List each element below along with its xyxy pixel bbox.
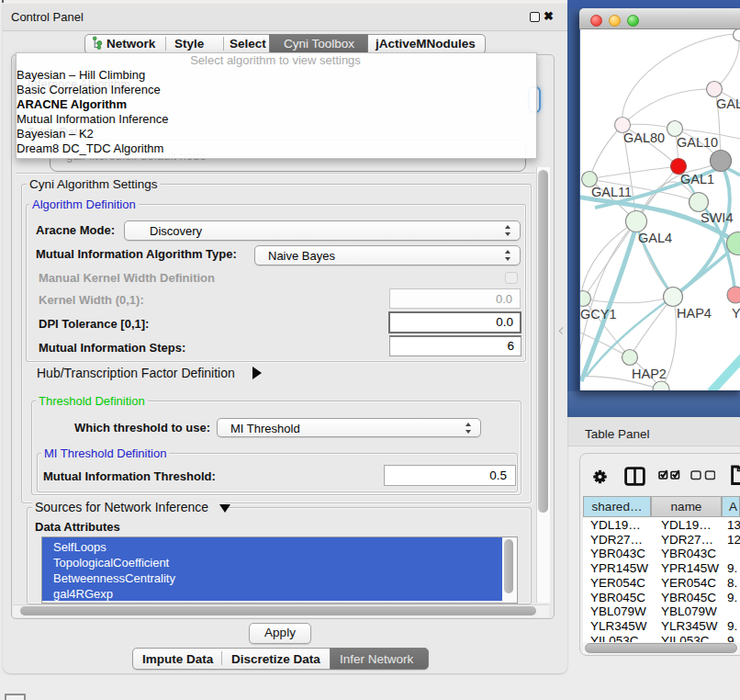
svg-text:GCY1: GCY1 bbox=[580, 307, 617, 322]
svg-text:HAP2: HAP2 bbox=[632, 367, 667, 381]
svg-text:GAL11: GAL11 bbox=[591, 185, 632, 199]
svg-text:GAL1: GAL1 bbox=[680, 172, 714, 186]
svg-text:GAL4: GAL4 bbox=[638, 231, 672, 245]
svg-text:Y: Y bbox=[732, 306, 740, 321]
svg-text:HAP4: HAP4 bbox=[677, 306, 712, 321]
svg-text:GAL10: GAL10 bbox=[677, 135, 718, 150]
svg-text:SWI4: SWI4 bbox=[701, 210, 733, 225]
svg-text:GAL7: GAL7 bbox=[716, 96, 740, 111]
svg-text:GAL80: GAL80 bbox=[623, 130, 665, 145]
